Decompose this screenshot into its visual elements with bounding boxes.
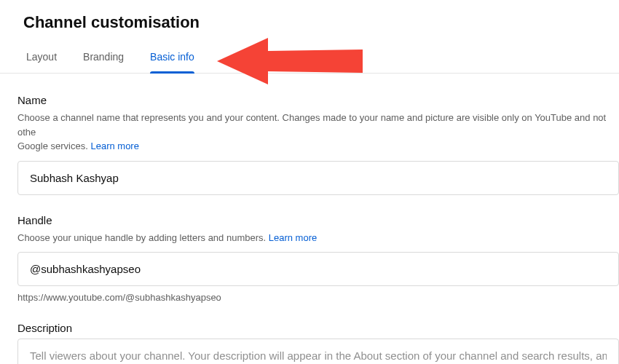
tab-branding[interactable]: Branding xyxy=(83,51,124,73)
handle-desc-text: Choose your unique handle by adding lett… xyxy=(17,232,269,243)
name-desc-line2: Google services. xyxy=(17,141,90,151)
page-title: Channel customisation xyxy=(0,0,619,32)
name-label: Name xyxy=(17,94,619,106)
handle-section: Handle Choose your unique handle by addi… xyxy=(17,214,619,304)
name-description: Choose a channel name that represents yo… xyxy=(17,111,619,154)
tab-basic-info[interactable]: Basic info xyxy=(150,51,194,73)
tabs-bar: Layout Branding Basic info xyxy=(0,32,619,74)
handle-description: Choose your unique handle by adding lett… xyxy=(17,231,619,245)
handle-url-text: https://www.youtube.com/@subhashkashyaps… xyxy=(17,292,619,303)
name-desc-line1: Choose a channel name that represents yo… xyxy=(17,112,606,138)
content-area: Name Choose a channel name that represen… xyxy=(0,74,619,364)
description-input[interactable] xyxy=(17,339,619,364)
tab-layout[interactable]: Layout xyxy=(26,51,57,73)
description-section: Description xyxy=(17,322,619,364)
handle-learn-more-link[interactable]: Learn more xyxy=(269,232,317,243)
name-learn-more-link[interactable]: Learn more xyxy=(90,141,138,151)
channel-name-input[interactable] xyxy=(17,161,619,195)
handle-label: Handle xyxy=(17,214,619,226)
handle-input[interactable] xyxy=(17,252,619,286)
description-label: Description xyxy=(17,322,619,334)
name-section: Name Choose a channel name that represen… xyxy=(17,94,619,195)
